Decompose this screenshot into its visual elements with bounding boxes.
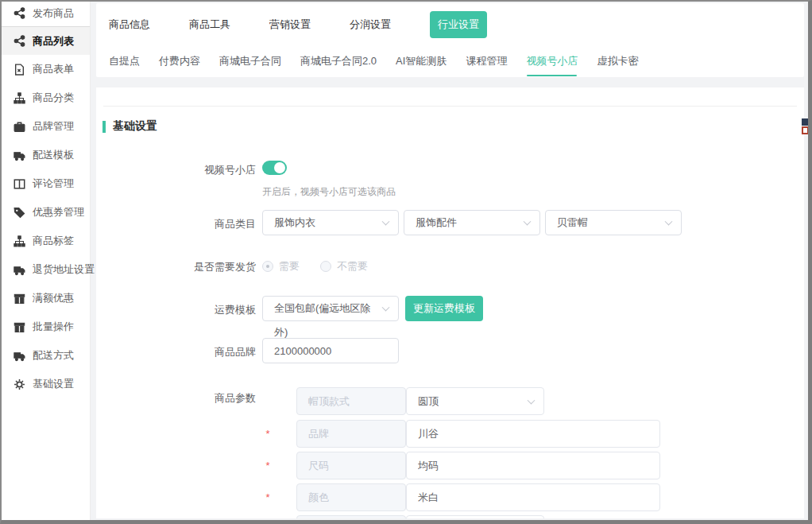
chevron-down-icon <box>382 218 390 226</box>
tab-course-management[interactable]: 课程管理 <box>466 54 507 68</box>
param-name-field: 尺码 <box>296 452 406 479</box>
sidebar-item-label: 满额优惠 <box>33 291 74 305</box>
sidebar-item-label: 配送方式 <box>33 348 74 363</box>
param-value-input[interactable] <box>406 452 660 479</box>
section-accent-bar <box>102 121 106 133</box>
radio-label: 需要 <box>279 259 300 274</box>
sidebar-item-label: 品牌管理 <box>33 119 74 134</box>
required-asterisk: * <box>263 428 273 440</box>
sidebar-item-delivery-method[interactable]: 配送方式 <box>0 341 90 370</box>
toggle-knob <box>274 162 285 173</box>
briefcase-icon <box>14 121 25 133</box>
tab-product-info[interactable]: 商品信息 <box>109 17 150 32</box>
param-name-field <box>296 515 406 518</box>
clipped-side-widget[interactable] <box>802 118 809 134</box>
param-name-field: 颜色 <box>296 483 406 511</box>
section-header: 基础设置 <box>102 119 157 134</box>
tab-product-tools[interactable]: 商品工具 <box>189 17 230 32</box>
share-nodes-icon <box>14 35 25 47</box>
sidebar-item-label: 发布商品 <box>33 6 74 21</box>
tab-mall-e-contract-2[interactable]: 商城电子合同2.0 <box>300 54 377 68</box>
tab-pickup-point[interactable]: 自提点 <box>109 54 140 68</box>
sidebar-item-basic-settings[interactable]: 基础设置 <box>0 370 90 398</box>
sidebar-item-return-address-settings[interactable]: 退货地址设置 <box>0 255 90 284</box>
product-brand-input[interactable] <box>262 338 399 363</box>
sidebar-item-label: 批量操作 <box>33 320 74 334</box>
sidebar-item-full-amount-discount[interactable]: 满额优惠 <box>0 284 90 312</box>
section-title: 基础设置 <box>113 119 157 134</box>
gear-icon <box>14 378 25 390</box>
tab-ai-skin-test[interactable]: AI智能测肤 <box>396 54 447 68</box>
radio-need-shipping-no[interactable]: 不需要 <box>320 259 368 274</box>
file-icon <box>14 64 25 76</box>
category-level2-select[interactable]: 服饰配件 <box>404 210 540 235</box>
freight-template-select[interactable]: 全国包邮(偏远地区除外) <box>262 296 399 321</box>
required-asterisk: * <box>263 491 273 503</box>
truck-icon <box>14 149 25 161</box>
sidebar-item-label: 评论管理 <box>33 177 74 191</box>
sidebar-item-product-tags[interactable]: 商品标签 <box>0 227 90 255</box>
box-icon <box>14 321 25 333</box>
channel-shop-hint: 开启后，视频号小店可选该商品 <box>262 185 396 199</box>
sidebar-item-product-list[interactable]: 商品列表 <box>0 26 90 55</box>
tab-marketing-settings[interactable]: 营销设置 <box>269 17 311 32</box>
tab-paid-content[interactable]: 付费内容 <box>159 54 200 68</box>
share-nodes-icon <box>14 7 25 19</box>
box-icon <box>14 293 25 305</box>
sidebar-item-batch-operations[interactable]: 批量操作 <box>0 312 90 341</box>
secondary-tabs: 自提点 付费内容 商城电子合同 商城电子合同2.0 AI智能测肤 课程管理 视频… <box>96 45 804 77</box>
param-value-select[interactable] <box>406 515 544 518</box>
sidebar-item-product-form[interactable]: 商品表单 <box>0 55 90 83</box>
radio-need-shipping-yes[interactable]: 需要 <box>262 259 300 274</box>
sidebar-item-label: 配送模板 <box>33 148 74 162</box>
tab-panel: 商品信息 商品工具 营销设置 分润设置 行业设置 自提点 付费内容 商城电子合同… <box>96 3 804 77</box>
window: 发布商品 商品列表 商品表单 商品分类 品牌管理 <box>0 0 812 524</box>
category-level2-value: 服饰配件 <box>416 216 457 228</box>
tab-mall-e-contract[interactable]: 商城电子合同 <box>219 54 281 68</box>
freight-template-value: 全国包邮(偏远地区除外) <box>274 302 370 338</box>
truck-icon <box>14 350 25 362</box>
channel-shop-label: 视频号小店 <box>96 163 256 177</box>
primary-tabs: 商品信息 商品工具 营销设置 分润设置 行业设置 <box>96 3 804 46</box>
tag-icon <box>14 207 25 219</box>
sidebar-item-publish-product[interactable]: 发布商品 <box>0 0 90 26</box>
clipped-widget-top <box>802 118 809 126</box>
category-level1-value: 服饰内衣 <box>274 216 315 228</box>
radio-circle <box>320 261 331 272</box>
sidebar-item-label: 优惠券管理 <box>33 205 84 219</box>
sidebar-item-label: 商品分类 <box>33 91 74 105</box>
param-value-input[interactable] <box>406 420 660 448</box>
category-level3-value: 贝雷帽 <box>557 216 588 228</box>
need-shipping-radio-group: 需要 不需要 <box>262 259 389 274</box>
param-name-field: 帽顶款式 <box>296 387 406 415</box>
sidebar-item-brand-management[interactable]: 品牌管理 <box>0 112 90 141</box>
category-level1-select[interactable]: 服饰内衣 <box>262 210 399 235</box>
sidebar-item-label: 商品表单 <box>33 62 74 76</box>
freight-template-label: 运费模板 <box>96 303 256 317</box>
param-value-select[interactable]: 圆顶 <box>406 387 544 415</box>
sidebar-item-product-category[interactable]: 商品分类 <box>0 83 90 112</box>
update-freight-template-button[interactable]: 更新运费模板 <box>405 296 483 321</box>
param-value: 圆顶 <box>418 395 439 407</box>
sidebar-item-review-management[interactable]: 评论管理 <box>0 169 90 198</box>
sitemap-icon <box>14 235 25 247</box>
radio-label: 不需要 <box>337 259 368 274</box>
divider <box>103 106 797 107</box>
tab-industry-settings[interactable]: 行业设置 <box>430 11 487 38</box>
sidebar-item-label: 退货地址设置 <box>33 262 95 277</box>
sidebar-item-label: 基础设置 <box>33 377 74 391</box>
chevron-down-icon <box>382 304 390 312</box>
sidebar-item-label: 商品列表 <box>33 34 74 49</box>
tab-channels-shop[interactable]: 视频号小店 <box>526 54 578 68</box>
product-params-label: 商品参数 <box>96 391 256 406</box>
tab-virtual-card-key[interactable]: 虚拟卡密 <box>597 54 638 68</box>
param-value-input[interactable] <box>406 483 660 511</box>
truck-icon <box>14 264 25 276</box>
required-asterisk: * <box>263 460 273 472</box>
sidebar-item-coupon-management[interactable]: 优惠券管理 <box>0 198 90 227</box>
channel-shop-toggle[interactable] <box>262 161 287 175</box>
sidebar-item-shipping-template[interactable]: 配送模板 <box>0 141 90 169</box>
tab-profit-sharing-settings[interactable]: 分润设置 <box>350 17 391 32</box>
param-name-field: 品牌 <box>296 420 406 448</box>
category-level3-select[interactable]: 贝雷帽 <box>545 210 682 235</box>
